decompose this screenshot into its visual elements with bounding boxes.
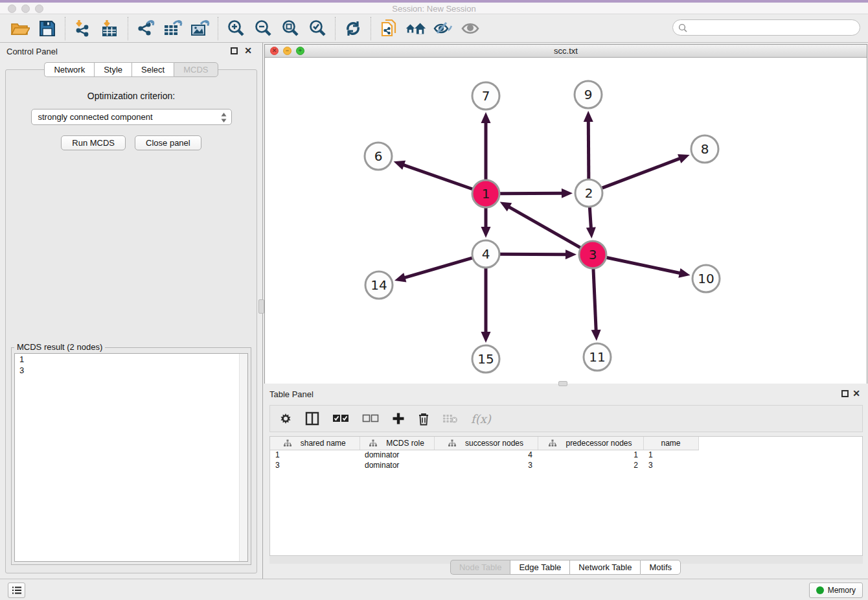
tab-node-table[interactable]: Node Table [450, 560, 510, 575]
export-image-button[interactable] [189, 17, 211, 40]
delete-column-button[interactable] [418, 410, 429, 428]
result-scrollbar[interactable] [239, 354, 247, 561]
delete-table-button[interactable] [442, 410, 458, 428]
hide-selected-button[interactable] [432, 17, 454, 40]
cell-predecessor-nodes[interactable]: 1 [538, 450, 643, 460]
graph-edge[interactable] [404, 258, 472, 278]
select-all-columns-button[interactable] [332, 410, 349, 428]
graph-edge[interactable] [593, 269, 596, 331]
open-folder-icon [10, 20, 30, 37]
first-neighbors-button[interactable] [405, 17, 427, 40]
graph-edge-arrowhead [678, 154, 690, 163]
memory-status-icon [816, 586, 824, 594]
save-session-button[interactable] [36, 17, 58, 40]
float-panel-icon[interactable] [231, 47, 238, 54]
plus-icon [392, 412, 405, 425]
search-input[interactable] [687, 23, 860, 32]
close-table-panel-icon[interactable]: ✕ [852, 388, 860, 398]
column-header-predecessor-nodes[interactable]: predecessor nodes [538, 437, 643, 450]
mcds-result-item[interactable]: 1 [15, 354, 247, 365]
table-panel: Table Panel ✕ [263, 386, 868, 579]
column-header-name[interactable]: name [643, 437, 698, 450]
graph-edge[interactable] [500, 254, 567, 255]
horizontal-splitter-handle[interactable] [558, 381, 567, 386]
node-table[interactable]: shared name MCDS role successor nodes pr… [269, 436, 863, 556]
tab-network-table[interactable]: Network Table [569, 560, 640, 575]
graph-edge[interactable] [403, 165, 472, 189]
tab-style[interactable]: Style [94, 62, 131, 77]
function-builder-button[interactable]: f(x) [471, 410, 491, 428]
show-all-button[interactable] [459, 17, 481, 40]
graph-node-label: 11 [589, 349, 605, 365]
import-table-button[interactable] [99, 17, 121, 40]
control-panel-title: Control Panel [6, 47, 58, 56]
open-session-button[interactable] [9, 17, 31, 40]
table-row[interactable]: 1 dominator 4 1 1 [270, 450, 698, 460]
copy-network-button[interactable] [378, 17, 400, 40]
cell-successor-nodes[interactable]: 3 [434, 460, 538, 470]
toolbar-separator [335, 17, 336, 40]
column-header-mcds-role[interactable]: MCDS role [360, 437, 434, 450]
graph-edge[interactable] [607, 258, 681, 273]
column-header-shared-name[interactable]: shared name [270, 437, 360, 450]
cell-shared-name[interactable]: 3 [270, 460, 360, 470]
graph-node-label: 9 [584, 87, 593, 102]
unselect-all-columns-button[interactable] [362, 410, 379, 428]
vertical-splitter-handle[interactable] [258, 299, 264, 314]
cell-predecessor-nodes[interactable]: 2 [538, 460, 643, 470]
cell-shared-name[interactable]: 1 [270, 450, 360, 460]
toolbar-separator [65, 17, 65, 40]
export-table-button[interactable] [162, 17, 184, 40]
toolbar-separator [371, 17, 371, 40]
column-layout-button[interactable] [305, 410, 319, 428]
cell-name[interactable]: 1 [643, 450, 698, 460]
import-table-icon [101, 19, 119, 38]
graph-edge[interactable] [508, 207, 580, 248]
network-view-title: scc.txt [265, 46, 867, 56]
network-canvas[interactable]: 7968124314101511 [265, 58, 867, 384]
run-mcds-button[interactable]: Run MCDS [61, 135, 126, 150]
cell-mcds-role[interactable]: dominator [360, 460, 434, 470]
criterion-select[interactable]: strongly connected component [31, 109, 232, 125]
close-panel-icon[interactable]: ✕ [244, 45, 252, 56]
fx-icon: f(x) [471, 412, 491, 426]
tab-edge-table[interactable]: Edge Table [510, 560, 569, 575]
zoom-in-button[interactable] [225, 17, 247, 40]
close-panel-button[interactable]: Close panel [135, 135, 201, 150]
gear-icon [279, 412, 292, 425]
network-view-titlebar[interactable]: ✕ − + scc.txt [265, 45, 867, 58]
table-options-button[interactable] [279, 410, 292, 428]
task-history-button[interactable] [8, 583, 25, 598]
graph-edge[interactable] [588, 121, 589, 179]
refresh-layout-button[interactable] [342, 17, 364, 40]
graph-edge[interactable] [602, 158, 681, 188]
search-field[interactable] [672, 19, 860, 36]
float-table-panel-icon[interactable] [841, 390, 849, 397]
graph-edge-arrowhead [394, 273, 406, 282]
export-network-button[interactable] [135, 17, 157, 40]
tab-motifs[interactable]: Motifs [640, 560, 681, 575]
graph-edge-arrowhead [481, 332, 491, 343]
graph-edge[interactable] [500, 193, 563, 194]
home-icon [405, 20, 427, 37]
mcds-result-list[interactable]: 1 3 [14, 353, 248, 562]
zoom-fit-button[interactable] [279, 17, 301, 40]
tab-network[interactable]: Network [44, 62, 94, 77]
memory-button[interactable]: Memory [809, 583, 863, 598]
import-network-button[interactable] [72, 17, 94, 40]
column-header-successor-nodes[interactable]: successor nodes [434, 437, 538, 450]
tab-select[interactable]: Select [131, 62, 174, 77]
mcds-result-item[interactable]: 3 [15, 365, 247, 376]
cell-mcds-role[interactable]: dominator [360, 450, 434, 460]
zoom-selected-button[interactable] [306, 17, 328, 40]
cell-name[interactable]: 3 [643, 460, 698, 470]
cell-successor-nodes[interactable]: 4 [434, 450, 538, 460]
table-row[interactable]: 3 dominator 3 2 3 [270, 460, 698, 470]
table-panel-title: Table Panel [269, 389, 314, 399]
zoom-out-button[interactable] [252, 17, 274, 40]
graph-edge[interactable] [589, 207, 591, 229]
tab-mcds[interactable]: MCDS [174, 62, 218, 77]
task-list-icon [12, 586, 22, 595]
network-view-window: ✕ − + scc.txt 7968124314101511 [264, 44, 867, 384]
add-column-button[interactable] [392, 410, 405, 428]
